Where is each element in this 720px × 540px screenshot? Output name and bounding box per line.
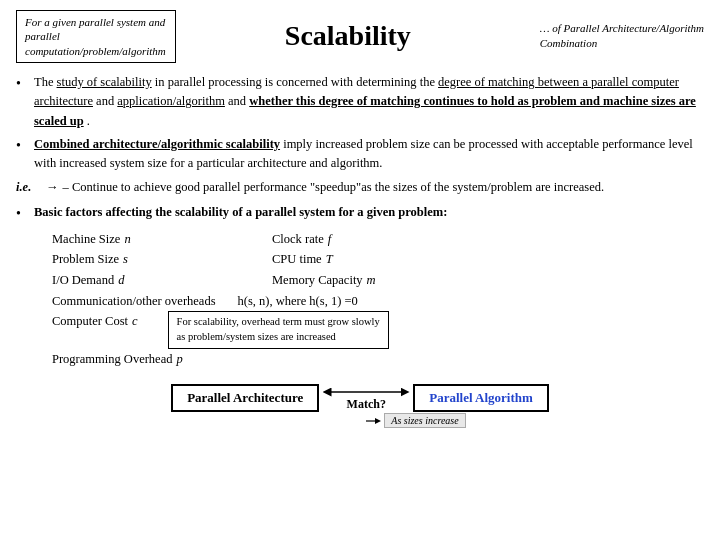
bullet-2: • Combined architecture/algorithmic scal… (16, 135, 704, 174)
sizes-row: As sizes increase (364, 413, 465, 428)
bullet-1-text: The study of scalability in parallel pro… (34, 73, 704, 131)
subtitle-line2: Combination (540, 37, 597, 49)
subtitle: … of Parallel Architecture/Algorithm Com… (540, 21, 704, 52)
problem-size-var: s (123, 249, 128, 270)
prog-overhead-row: Programming Overhead p (52, 349, 704, 370)
parallel-algorithm-box: Parallel Algorithm (413, 384, 549, 412)
page-title: Scalability (176, 20, 520, 52)
cpu-time-var: T (326, 249, 333, 270)
computer-cost-row: Computer Cost c For scalability, overhea… (52, 311, 704, 348)
clock-rate-var: f (328, 229, 331, 250)
parallel-algorithm-label: Parallel Algorithm (429, 390, 533, 405)
memory-capacity-label: Memory Capacity (272, 270, 363, 291)
factors-header: • Basic factors affecting the scalabilit… (16, 203, 704, 225)
bottom-nav: Parallel Architecture Match? (16, 383, 704, 428)
memory-capacity-var: m (367, 270, 376, 291)
factors-bold-text: Basic factors affecting the scalability … (34, 205, 447, 219)
scalability-study-phrase: study of scalability (57, 75, 152, 89)
cpu-time-label: CPU time (272, 249, 322, 270)
comm-label: Communication/other overheads (52, 291, 216, 312)
header: For a given parallel system and parallel… (16, 10, 704, 63)
arrow-icon: → (46, 178, 59, 197)
combined-scalability-phrase: Combined architecture/algorithmic scalab… (34, 137, 280, 151)
comm-formula: h(s, n), where h(s, 1) =0 (238, 291, 358, 312)
ie-text: – Continue to achieve good parallel perf… (63, 178, 705, 197)
match-label: Match? (347, 397, 386, 412)
factors-section: • Basic factors affecting the scalabilit… (16, 203, 704, 369)
machine-size-label: Machine Size (52, 229, 120, 250)
clock-rate-label: Clock rate (272, 229, 324, 250)
factors-header-text: Basic factors affecting the scalability … (34, 203, 704, 222)
io-demand-var: d (118, 270, 124, 291)
io-demand-label: I/O Demand (52, 270, 114, 291)
prog-overhead-var: p (176, 349, 182, 370)
cpu-time-cell: CPU time T (272, 249, 704, 270)
bullet-icon-2: • (16, 135, 34, 157)
io-demand-cell: I/O Demand d (52, 270, 262, 291)
scalability-note: For scalability, overhead term must grow… (168, 311, 389, 348)
computer-cost-var: c (132, 311, 138, 332)
nav-row: Parallel Architecture Match? (171, 383, 549, 412)
bullet-1: • The study of scalability in parallel p… (16, 73, 704, 131)
arrow-area: Match? (321, 383, 411, 412)
parallel-architecture-box: Parallel Architecture (171, 384, 319, 412)
header-box: For a given parallel system and parallel… (16, 10, 176, 63)
problem-size-cell: Problem Size s (52, 249, 262, 270)
ie-section: i.e. → – Continue to achieve good parall… (16, 178, 704, 197)
comm-row: Communication/other overheads h(s, n), w… (52, 291, 704, 312)
scalability-note-line2: as problem/system sizes are increased (177, 330, 380, 345)
ie-label: i.e. (16, 178, 46, 197)
header-box-text: For a given parallel system and parallel… (25, 16, 166, 57)
subtitle-line1: … of Parallel Architecture/Algorithm (540, 22, 704, 34)
main-content: • The study of scalability in parallel p… (16, 73, 704, 369)
sizes-arrow-icon (364, 415, 382, 427)
app-algo-phrase: application/algorithm (117, 94, 225, 108)
cost-left: Computer Cost c (52, 311, 138, 332)
machine-size-var: n (124, 229, 130, 250)
prog-overhead-label: Programming Overhead (52, 349, 172, 370)
machine-size-cell: Machine Size n (52, 229, 262, 250)
bullet-2-text: Combined architecture/algorithmic scalab… (34, 135, 704, 174)
clock-rate-cell: Clock rate f (272, 229, 704, 250)
bullet-icon-3: • (16, 203, 34, 225)
memory-capacity-cell: Memory Capacity m (272, 270, 704, 291)
page: For a given parallel system and parallel… (0, 0, 720, 540)
parallel-architecture-label: Parallel Architecture (187, 390, 303, 405)
bullet-icon-1: • (16, 73, 34, 95)
computer-cost-label: Computer Cost (52, 311, 128, 332)
problem-size-label: Problem Size (52, 249, 119, 270)
factors-grid: Machine Size n Clock rate f Problem Size… (52, 229, 704, 370)
scalability-note-line1: For scalability, overhead term must grow… (177, 315, 380, 330)
sizes-increase-tag: As sizes increase (384, 413, 465, 428)
